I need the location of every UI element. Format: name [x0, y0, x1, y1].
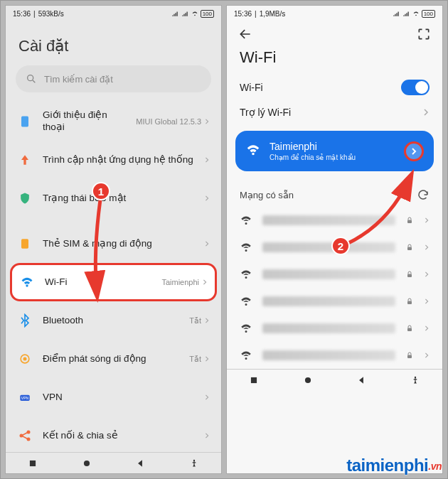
chevron-right-icon	[424, 325, 430, 331]
search-input[interactable]: Tìm kiếm cài đặt	[16, 65, 211, 92]
phone-icon	[17, 114, 33, 129]
signal-icon	[402, 10, 410, 17]
nav-back-icon[interactable]	[356, 375, 366, 385]
network-row[interactable]	[227, 288, 442, 315]
wifi-icon	[240, 214, 252, 227]
nav-bar	[227, 369, 442, 390]
chevron-right-icon	[204, 241, 210, 247]
wifi-icon	[240, 322, 252, 335]
wifi-icon	[240, 295, 252, 308]
svg-rect-19	[407, 328, 412, 332]
back-icon[interactable]	[238, 27, 252, 41]
svg-rect-11	[30, 460, 36, 465]
wifi-icon	[240, 268, 252, 281]
status-time: 15:36	[234, 10, 252, 18]
chevron-right-icon	[202, 279, 208, 285]
chevron-right-icon	[424, 217, 430, 223]
lock-icon	[405, 324, 414, 333]
search-icon	[26, 73, 37, 85]
svg-rect-21	[251, 377, 257, 382]
status-speed: 593kB/s	[38, 10, 64, 18]
svg-rect-2	[21, 117, 28, 127]
vpn-icon: VPN	[17, 389, 33, 405]
page-title: Wi-Fi	[227, 44, 442, 74]
nav-accessibility-icon[interactable]	[189, 458, 199, 468]
nav-recent-icon[interactable]	[249, 375, 259, 385]
settings-item-share[interactable]: Kết nối & chia sẻ	[6, 416, 221, 452]
wifi-toggle-row[interactable]: Wi-Fi	[227, 74, 442, 101]
nav-bar	[6, 452, 221, 473]
annotation-badge-2: 2	[331, 237, 350, 255]
wifi-toggle[interactable]	[401, 80, 430, 95]
connected-subtitle: Chạm để chia sẻ mật khẩu	[270, 154, 395, 161]
status-time: 15:36	[13, 10, 31, 18]
svg-point-4	[23, 357, 27, 361]
status-bar: 15:36 | 1,9MB/s 100	[227, 6, 442, 20]
status-bar: 15:36 | 593kB/s 100	[6, 6, 221, 20]
network-name-obscured	[262, 296, 395, 306]
network-row[interactable]	[227, 261, 442, 288]
settings-item-update[interactable]: Trình cập nhật ứng dụng hệ thống	[6, 141, 221, 179]
arrow-up-icon	[17, 152, 33, 168]
annotation-badge-1: 1	[92, 182, 110, 200]
wifi-assistant-row[interactable]: Trợ lý Wi-Fi	[227, 101, 442, 124]
bluetooth-icon	[17, 313, 33, 328]
sim-icon	[17, 236, 33, 252]
chevron-right-icon	[204, 318, 210, 323]
svg-point-12	[84, 460, 90, 465]
status-speed: 1,9MB/s	[260, 10, 286, 18]
connected-network-card[interactable]: Taimienphi Chạm để chia sẻ mật khẩu	[235, 131, 434, 171]
shield-icon	[17, 190, 33, 206]
watermark: taimienphi.vn	[346, 456, 442, 475]
lock-icon	[405, 297, 414, 306]
svg-rect-3	[21, 239, 28, 248]
wifi-icon	[245, 142, 261, 161]
page-title: Cài đặt	[6, 20, 221, 65]
nav-home-icon[interactable]	[303, 375, 313, 385]
wifi-icon	[240, 241, 252, 254]
battery-icon: 100	[201, 10, 214, 18]
nav-accessibility-icon[interactable]	[410, 375, 420, 385]
svg-point-1	[28, 75, 33, 81]
svg-rect-17	[407, 274, 412, 278]
network-name-obscured	[262, 269, 395, 279]
chevron-right-icon	[424, 244, 430, 250]
nav-recent-icon[interactable]	[28, 458, 38, 468]
settings-item-about[interactable]: Giới thiệu điện thoại MIUI Global 12.5.3	[6, 102, 221, 141]
scan-icon[interactable]	[417, 27, 431, 41]
chevron-right-icon	[424, 271, 430, 277]
network-row[interactable]	[227, 315, 442, 342]
chevron-right-icon	[422, 109, 430, 116]
chevron-right-icon	[424, 298, 430, 304]
battery-icon: 100	[422, 10, 435, 18]
chevron-right-icon	[204, 394, 210, 400]
network-details-button[interactable]	[404, 141, 424, 161]
lock-icon	[405, 351, 414, 360]
wifi-status-icon	[412, 10, 420, 17]
chevron-right-icon	[204, 119, 210, 124]
settings-item-bluetooth[interactable]: Bluetooth Tắt	[6, 301, 221, 340]
nav-back-icon[interactable]	[135, 458, 145, 468]
settings-item-vpn[interactable]: VPN VPN	[6, 378, 221, 416]
network-row[interactable]	[227, 342, 442, 369]
svg-point-23	[415, 376, 416, 377]
settings-item-hotspot[interactable]: Điểm phát sóng di động Tắt	[6, 340, 221, 378]
search-placeholder: Tìm kiếm cài đặt	[44, 74, 113, 85]
lock-icon	[405, 270, 414, 279]
connected-name: Taimienphi	[270, 141, 395, 152]
wifi-icon	[240, 349, 252, 362]
signal-icon	[171, 10, 179, 17]
chevron-right-icon	[204, 356, 210, 362]
svg-text:VPN: VPN	[21, 396, 29, 400]
chevron-right-icon	[424, 352, 430, 358]
svg-point-13	[193, 459, 195, 461]
signal-icon	[181, 10, 189, 17]
chevron-right-icon	[204, 433, 210, 438]
available-networks-header: Mạng có sẵn	[240, 190, 294, 200]
annotation-arrow-2	[338, 168, 424, 253]
nav-home-icon[interactable]	[82, 458, 92, 468]
svg-rect-18	[407, 301, 412, 305]
share-icon	[17, 428, 33, 443]
annotation-arrow-1	[79, 196, 122, 303]
svg-rect-20	[407, 355, 412, 359]
